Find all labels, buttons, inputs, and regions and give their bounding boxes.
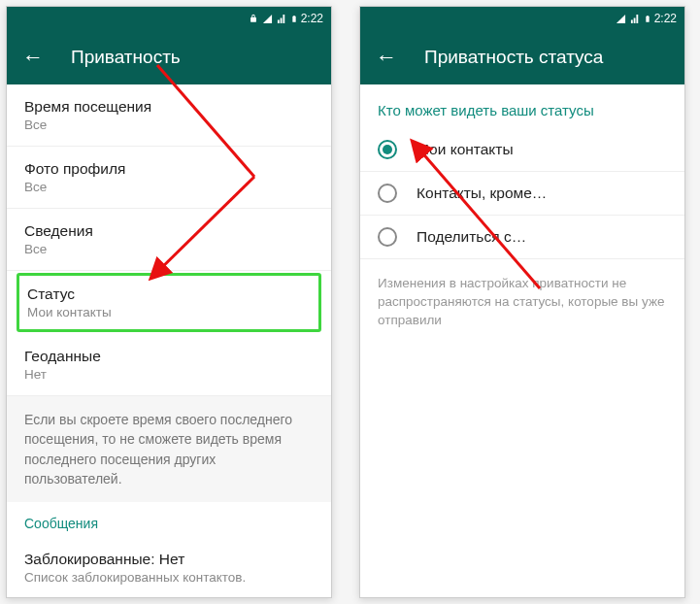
item-title: Заблокированные: Нет [24,551,316,568]
lock-icon [249,14,258,23]
item-geo[interactable]: Геоданные Нет [7,334,331,396]
back-icon[interactable]: ← [376,45,397,70]
item-sub: Нет [24,367,316,382]
page-title: Приватность [71,47,181,68]
item-profile-photo[interactable]: Фото профиля Все [7,147,331,209]
item-sub: Все [24,117,316,132]
item-title: Сведения [24,222,316,240]
settings-list: Время посещения Все Фото профиля Все Све… [7,84,331,597]
item-sub: Список заблокированных контактов. [24,570,316,585]
signal-icon [615,14,627,24]
item-sub: Мои контакты [27,305,311,319]
radio-contacts-except[interactable]: Контакты, кроме… [360,172,684,216]
status-time: 2:22 [301,12,323,25]
battery-icon [644,13,651,25]
section-title: Кто может видеть ваши статусы [360,84,684,128]
radio-label: Мои контакты [417,141,514,158]
radio-share-with[interactable]: Поделиться с… [360,216,684,259]
status-bar: 2:22 [7,7,331,30]
radio-label: Контакты, кроме… [417,185,547,202]
back-icon[interactable]: ← [22,45,44,70]
battery-icon [290,13,298,25]
item-about[interactable]: Сведения Все [7,209,331,271]
info-text: Если вы скроете время своего последнего … [7,396,331,502]
item-sub: Все [24,242,316,256]
page-title: Приватность статуса [424,47,603,68]
phone-screen-status-privacy: 2:22 ← Приватность статуса Кто может вид… [359,6,685,598]
cell-icon [630,14,641,24]
item-title: Время посещения [24,98,316,116]
privacy-note: Изменения в настройках приватности не ра… [360,259,684,346]
signal-icon [261,14,274,24]
item-title: Геоданные [24,348,316,365]
radio-label: Поделиться с… [417,228,526,246]
item-status-highlighted[interactable]: Статус Мои контакты [17,273,321,332]
radio-selected-icon [378,140,397,159]
radio-my-contacts[interactable]: Мои контакты [360,128,684,172]
item-last-seen[interactable]: Время посещения Все [7,84,331,147]
section-messages: Сообщения [7,502,331,537]
radio-unselected-icon [378,184,397,203]
status-privacy-content: Кто может видеть ваши статусы Мои контак… [360,84,684,597]
status-bar: 2:22 [360,7,684,30]
app-bar: ← Приватность статуса [360,30,684,84]
item-title: Фото профиля [24,160,316,178]
cell-icon [277,14,287,24]
item-blocked[interactable]: Заблокированные: Нет Список заблокирован… [7,537,331,597]
item-title: Статус [27,285,311,303]
phone-screen-privacy: 2:22 ← Приватность Время посещения Все Ф… [6,6,332,598]
radio-unselected-icon [378,227,397,247]
status-time: 2:22 [654,12,677,25]
app-bar: ← Приватность [7,30,331,84]
item-sub: Все [24,180,316,194]
